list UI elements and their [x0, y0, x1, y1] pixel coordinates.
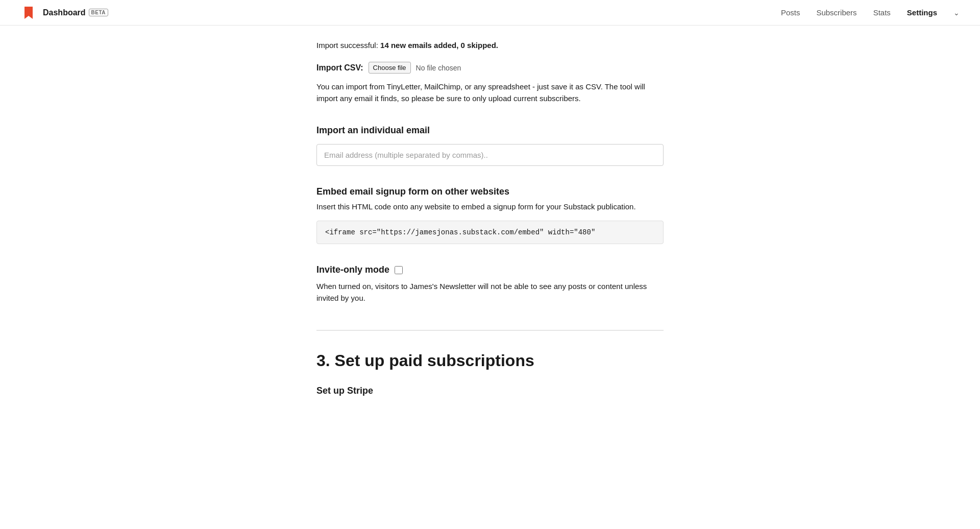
embed-code-block[interactable]: <iframe src="https://jamesjonas.substack… [316, 221, 664, 244]
embed-title: Embed email signup form on other website… [316, 186, 664, 197]
choose-file-button[interactable]: Choose file [369, 62, 411, 74]
no-file-text: No file chosen [416, 64, 461, 72]
logo-icon [20, 5, 37, 21]
header-nav: Posts Subscribers Stats Settings ⌄ [781, 8, 960, 17]
brand-title: Dashboard BETA [43, 8, 108, 17]
import-individual-title: Import an individual email [316, 125, 664, 136]
embed-description: Insert this HTML code onto any website t… [316, 201, 664, 213]
import-csv-description: You can import from TinyLetter, MailChim… [316, 81, 664, 105]
beta-badge: BETA [89, 9, 108, 16]
nav-subscribers[interactable]: Subscribers [816, 8, 856, 17]
header: Dashboard BETA Posts Subscribers Stats S… [0, 0, 980, 26]
nav-posts[interactable]: Posts [781, 8, 800, 17]
invite-only-title: Invite-only mode [316, 264, 389, 275]
header-left: Dashboard BETA [20, 5, 108, 21]
section-3: 3. Set up paid subscriptions Set up Stri… [316, 330, 664, 396]
import-success-bold: 14 new emails added, 0 skipped. [380, 41, 498, 50]
main-content: Import successful: 14 new emails added, … [296, 0, 684, 427]
invite-only-description: When turned on, visitors to James's News… [316, 280, 664, 304]
brand-name: Dashboard [43, 8, 86, 17]
invite-only-header: Invite-only mode [316, 264, 664, 275]
chevron-down-icon: ⌄ [953, 9, 960, 17]
invite-only-section: Invite-only mode When turned on, visitor… [316, 264, 664, 304]
import-individual-section: Import an individual email [316, 125, 664, 186]
nav-settings[interactable]: Settings [907, 8, 937, 17]
setup-stripe-title: Set up Stripe [316, 386, 664, 396]
import-csv-row: Import CSV: Choose file No file chosen [316, 62, 664, 74]
email-input[interactable] [316, 144, 664, 166]
embed-section: Embed email signup form on other website… [316, 186, 664, 245]
import-csv-label: Import CSV: [316, 63, 363, 73]
nav-stats[interactable]: Stats [873, 8, 891, 17]
section-3-title: 3. Set up paid subscriptions [316, 351, 664, 370]
invite-only-checkbox[interactable] [395, 266, 403, 274]
import-success-message: Import successful: 14 new emails added, … [316, 41, 664, 50]
